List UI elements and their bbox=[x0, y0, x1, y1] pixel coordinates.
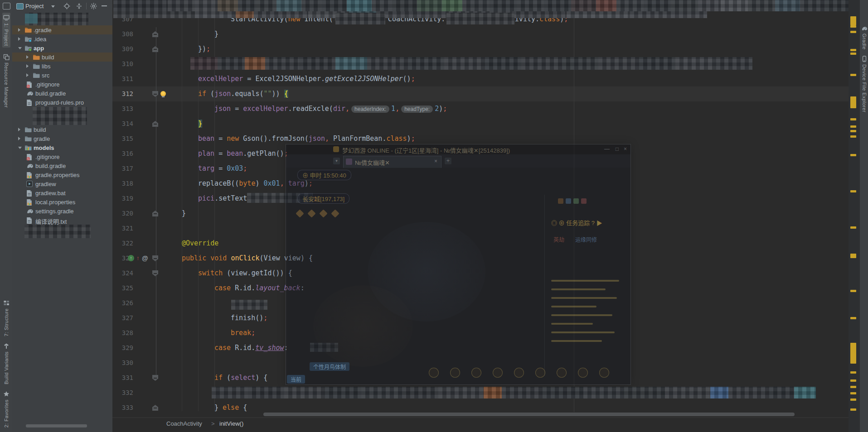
menu-icon[interactable] bbox=[3, 3, 10, 10]
chevron-down-icon[interactable] bbox=[18, 147, 22, 149]
fold-marker[interactable] bbox=[152, 211, 158, 216]
tree-item-proguard-rules.pro[interactable]: proguard-rules.pro bbox=[12, 98, 112, 107]
error-stripe-mark[interactable] bbox=[850, 343, 856, 364]
chevron-right-icon[interactable] bbox=[26, 55, 29, 59]
error-stripe-mark[interactable] bbox=[850, 125, 856, 128]
tree-item-gradlew[interactable]: gradlew bbox=[12, 179, 112, 188]
error-stripe-mark[interactable] bbox=[850, 49, 856, 51]
tree-item-build.gradle[interactable]: build.gradle bbox=[12, 161, 112, 170]
error-stripe-mark[interactable] bbox=[850, 371, 856, 374]
error-stripe-mark[interactable] bbox=[850, 408, 856, 411]
tree-item-build.gradle[interactable]: build.gradle bbox=[12, 89, 112, 98]
code-text[interactable]: @Override bbox=[165, 236, 218, 251]
tab-dropdown-icon[interactable]: ▾ bbox=[333, 158, 340, 164]
close-button[interactable]: × bbox=[624, 146, 627, 152]
error-stripe-mark[interactable] bbox=[850, 96, 856, 108]
code-text[interactable]: excelHelper = Excel2JSONHelper.getExcel2… bbox=[165, 72, 415, 86]
error-stripe-mark[interactable] bbox=[850, 386, 856, 388]
game-chat-button[interactable]: 当前 bbox=[287, 375, 305, 384]
code-text[interactable]: if (select) { bbox=[165, 370, 267, 385]
code-text[interactable]: } bbox=[165, 206, 186, 221]
code-text[interactable]: break; bbox=[165, 326, 255, 341]
sidebar-item-favorites[interactable]: 2: Favorites bbox=[3, 391, 10, 427]
error-stripe-mark[interactable] bbox=[850, 290, 856, 292]
error-stripe-mark[interactable] bbox=[850, 226, 856, 229]
error-stripe-mark[interactable] bbox=[850, 398, 856, 401]
error-stripe-mark[interactable] bbox=[850, 379, 856, 382]
chevron-right-icon[interactable] bbox=[18, 137, 20, 140]
tab-close-icon[interactable]: × bbox=[434, 158, 437, 164]
error-stripe-mark[interactable] bbox=[850, 53, 856, 55]
code-text[interactable]: targ = 0x03; bbox=[165, 161, 247, 176]
tree-item-.gitignore[interactable]: .gitignore bbox=[12, 152, 112, 161]
project-panel-hscrollbar[interactable] bbox=[26, 424, 87, 427]
code-text[interactable]: switch (view.getId()) { bbox=[165, 266, 292, 281]
chevron-right-icon[interactable] bbox=[18, 128, 20, 131]
fold-marker[interactable] bbox=[152, 375, 158, 381]
error-stripe-mark[interactable] bbox=[850, 317, 856, 319]
sidebar-item-build-variants[interactable]: Build Variants bbox=[3, 343, 10, 384]
code-text[interactable]: case R.id.tv_show: bbox=[165, 341, 288, 355]
tree-item-.gradle[interactable]: .gradle bbox=[12, 25, 112, 34]
error-stripe-mark[interactable] bbox=[850, 190, 856, 192]
code-text[interactable]: plan = bean.getPlan(); bbox=[165, 146, 288, 161]
error-stripe-mark[interactable] bbox=[850, 254, 856, 258]
chevron-right-icon[interactable] bbox=[26, 64, 29, 68]
error-stripe-mark[interactable] bbox=[850, 31, 856, 33]
hide-panel-button[interactable] bbox=[102, 5, 107, 6]
tree-item-build[interactable]: build bbox=[12, 53, 112, 62]
code-text[interactable]: case R.id.layout_back: bbox=[165, 281, 305, 296]
error-stripe-mark[interactable] bbox=[850, 25, 856, 28]
error-stripe-mark[interactable] bbox=[850, 154, 856, 156]
sidebar-item-resource-manager[interactable]: Resource Manager bbox=[3, 54, 10, 108]
tree-item-gradlew.bat[interactable]: gradlew.bat bbox=[12, 188, 112, 197]
tab-add-icon[interactable]: + bbox=[445, 158, 451, 164]
fold-marker[interactable] bbox=[152, 46, 158, 52]
fold-marker[interactable] bbox=[152, 405, 158, 411]
tree-item-libs[interactable]: libs bbox=[12, 62, 112, 71]
tree-item-.idea[interactable]: .idea bbox=[12, 34, 112, 43]
tree-item-settings.gradle[interactable]: settings.gradle bbox=[12, 206, 112, 216]
chevron-down-icon[interactable] bbox=[18, 47, 22, 49]
error-stripe-mark[interactable] bbox=[850, 392, 856, 394]
breadcrumb-method[interactable]: initView() bbox=[219, 418, 243, 430]
editor-hscrollbar[interactable] bbox=[263, 413, 795, 416]
tree-item-build[interactable]: build bbox=[12, 125, 112, 134]
tree-item-models[interactable]: models bbox=[12, 143, 112, 152]
code-text[interactable]: if (json.equals("")) { bbox=[165, 86, 288, 101]
tree-item-app[interactable]: app bbox=[12, 43, 112, 53]
fold-marker[interactable] bbox=[152, 270, 158, 276]
code-text[interactable]: } else { bbox=[165, 400, 247, 415]
error-stripe-mark[interactable] bbox=[850, 74, 856, 76]
game-overlay-window[interactable]: 梦幻西游 ONLINE - (辽宁1区[星海湾] - №倩女幽魂✕[251428… bbox=[286, 144, 631, 385]
game-title-bar[interactable]: 梦幻西游 ONLINE - (辽宁1区[星海湾] - №倩女幽魂✕[251428… bbox=[286, 144, 630, 154]
error-stripe-mark[interactable] bbox=[850, 118, 856, 120]
error-stripe-mark[interactable] bbox=[850, 135, 856, 138]
tree-item-src[interactable]: src bbox=[12, 71, 112, 80]
fold-marker[interactable] bbox=[152, 31, 158, 37]
code-text[interactable]: finish(); bbox=[165, 311, 267, 326]
sidebar-item-device-file-explorer[interactable]: Device File Explorer bbox=[861, 56, 868, 112]
chevron-right-icon[interactable] bbox=[26, 73, 29, 77]
gear-icon[interactable] bbox=[90, 3, 97, 10]
overrides-method-icon[interactable]: ↑ bbox=[128, 255, 134, 261]
fold-marker[interactable] bbox=[152, 121, 158, 127]
locate-file-button[interactable] bbox=[63, 3, 71, 10]
game-tab[interactable]: №倩女幽魂✕ × bbox=[343, 156, 441, 168]
chevron-right-icon[interactable] bbox=[18, 28, 20, 32]
sidebar-item-gradle[interactable]: Gradle bbox=[861, 25, 868, 49]
tree-item-gradle.properties[interactable]: gradle.properties bbox=[12, 170, 112, 179]
collapse-all-button[interactable] bbox=[76, 3, 83, 10]
chevron-right-icon[interactable] bbox=[18, 37, 20, 41]
tree-item-local.properties[interactable]: local.properties bbox=[12, 197, 112, 206]
tree-item-gradle[interactable]: gradle bbox=[12, 134, 112, 143]
code-text[interactable]: json = excelHelper.readExcle(dir,headerI… bbox=[165, 101, 447, 117]
game-task-tracker[interactable]: ◎ ⊕ 任务追踪 ? ▶ bbox=[551, 218, 602, 227]
error-stripe-mark[interactable] bbox=[850, 16, 856, 25]
project-view-selector[interactable]: Project bbox=[25, 3, 44, 10]
maximize-button[interactable]: □ bbox=[616, 146, 619, 152]
code-text[interactable]: } bbox=[165, 116, 202, 131]
tree-item-编译说明.txt[interactable]: 编译说明.txt bbox=[12, 216, 112, 225]
code-text[interactable]: }); bbox=[165, 42, 210, 57]
fold-marker[interactable] bbox=[152, 255, 158, 261]
